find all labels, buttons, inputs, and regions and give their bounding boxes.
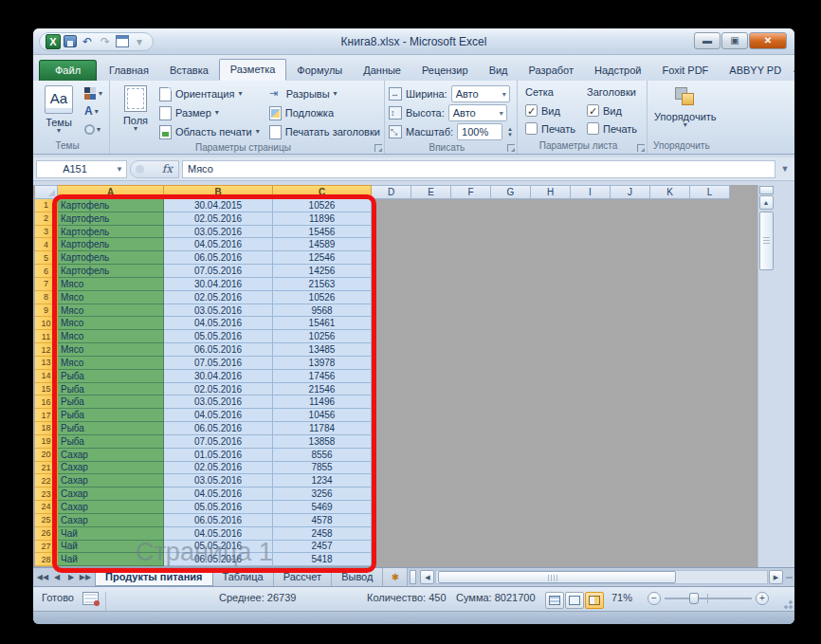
cell[interactable]: 03.05.2016 [164,304,273,318]
cell[interactable]: 06.05.2016 [164,514,273,527]
ribbon-tab-1[interactable]: Главная [99,61,159,81]
page-break-preview-button[interactable] [585,592,604,609]
cell[interactable]: Мясо [58,357,164,370]
cell[interactable]: Сахар [58,449,164,462]
name-box[interactable]: A151 ▼ [36,160,127,178]
cell[interactable]: 2458 [273,527,372,541]
print-titles-button[interactable]: Печатать заголовки [269,122,380,141]
prev-sheet-icon[interactable]: ◀ [50,573,64,581]
row-header-23[interactable]: 23 [35,488,58,501]
row-header-15[interactable]: 15 [35,383,58,396]
cell[interactable]: 2457 [273,541,372,554]
name-box-dropdown-icon[interactable]: ▼ [113,165,126,174]
cell[interactable]: 04.05.2016 [164,238,273,251]
cell[interactable]: Рыба [58,422,164,435]
cell[interactable]: Мясо [58,317,164,330]
zoom-slider[interactable]: − + [648,592,769,604]
cell[interactable]: Чай [58,553,164,566]
zoom-level[interactable]: 71% [611,592,632,603]
row-header-7[interactable]: 7 [35,278,58,291]
themes-button[interactable]: Aa Темы ▾ [37,83,81,134]
restore-button[interactable]: ▣ [721,32,748,49]
cell[interactable]: Мясо [58,291,164,304]
cell[interactable]: 05.05.2016 [164,541,273,554]
row-header-17[interactable]: 17 [35,409,58,422]
minimize-button[interactable]: ▬ [694,32,721,49]
scale-to-fit-dialog-launcher[interactable] [507,144,515,152]
cell[interactable]: 02.05.2016 [164,291,273,304]
cell[interactable]: Картофель [58,226,164,239]
cell[interactable]: 17456 [273,370,372,383]
headings-print-checkbox[interactable]: Печать [587,120,637,138]
cell[interactable]: 07.05.2016 [164,265,273,278]
cell[interactable]: 14589 [273,238,372,251]
vertical-scroll-thumb[interactable] [759,212,774,270]
cell[interactable]: Рыба [58,383,164,396]
column-header-H[interactable]: H [531,185,571,199]
ribbon-tab-7[interactable]: Вид [479,61,519,81]
cell[interactable]: 5418 [273,553,372,566]
row-header-22[interactable]: 22 [35,474,58,488]
cell[interactable]: Сахар [58,488,164,501]
row-header-1[interactable]: 1 [35,199,58,212]
cell[interactable]: 30.04.2016 [164,370,273,383]
cell[interactable]: 03.05.2016 [164,226,273,239]
row-header-6[interactable]: 6 [35,265,58,278]
cell[interactable]: Рыба [58,409,164,422]
cell[interactable]: Картофель [58,212,164,226]
cell[interactable]: 04.05.2016 [164,317,273,330]
cell[interactable]: 7855 [273,462,372,475]
column-header-E[interactable]: E [411,185,451,199]
cell[interactable]: 03.05.2016 [164,474,273,488]
formula-bar-expand-icon[interactable]: ▼ [778,164,792,174]
row-header-27[interactable]: 27 [35,541,58,554]
theme-colors-button[interactable]: ▾ [82,85,105,101]
cell[interactable]: 06.05.2016 [164,251,273,265]
insert-worksheet-button[interactable]: ✱ [383,568,408,586]
zoom-in-icon[interactable]: + [756,592,769,605]
cell[interactable]: 05.05.2016 [164,501,273,514]
ribbon-tab-5[interactable]: Данные [353,61,411,81]
row-header-18[interactable]: 18 [35,422,58,435]
row-header-14[interactable]: 14 [35,370,58,383]
cell[interactable]: 13978 [273,357,372,370]
cell[interactable]: Сахар [58,462,164,475]
theme-effects-button[interactable]: ▾ [82,121,105,138]
ribbon-tab-11[interactable]: ABBYY PD [719,61,792,81]
cell[interactable]: 30.04.2015 [164,199,273,212]
width-select[interactable]: Авто [451,85,510,102]
cell[interactable]: 15461 [273,317,372,330]
ribbon-tab-3[interactable]: Разметка [219,59,287,81]
row-header-12[interactable]: 12 [35,343,58,357]
cell[interactable]: 15456 [273,226,372,239]
cell[interactable]: Рыба [58,396,164,409]
resize-grip[interactable] [780,597,793,609]
cell[interactable]: Сахар [58,501,164,514]
cell[interactable]: 03.05.2016 [164,396,273,409]
row-header-21[interactable]: 21 [35,462,58,475]
cell[interactable]: Мясо [58,278,164,291]
row-header-25[interactable]: 25 [35,514,58,527]
scale-input[interactable]: 100% [457,123,502,140]
cell[interactable]: 02.05.2016 [164,462,273,475]
height-select[interactable]: Авто [448,104,507,121]
horizontal-scroll-thumb[interactable] [438,571,676,583]
column-header-I[interactable]: I [571,185,611,199]
ribbon-tab-9[interactable]: Надстрой [584,61,651,81]
cell[interactable]: Сахар [58,514,164,527]
column-header-G[interactable]: G [491,185,531,199]
close-button[interactable]: ✕ [749,32,787,49]
horizontal-split-handle[interactable] [786,577,793,579]
scroll-up-icon[interactable]: ▲ [759,195,774,210]
cell[interactable]: Картофель [58,199,164,212]
next-sheet-icon[interactable]: ▶ [64,573,78,581]
row-header-24[interactable]: 24 [35,501,58,514]
cell[interactable]: 10256 [273,330,372,343]
first-sheet-icon[interactable]: ◀◀ [36,573,49,581]
cell[interactable]: 30.04.2016 [164,278,273,291]
column-header-F[interactable]: F [451,185,491,199]
headings-view-checkbox[interactable]: Вид [587,101,637,120]
cell[interactable]: Картофель [58,265,164,278]
arrange-button[interactable]: Упорядочить ▾ [664,83,707,128]
cell[interactable]: 11784 [273,422,372,435]
